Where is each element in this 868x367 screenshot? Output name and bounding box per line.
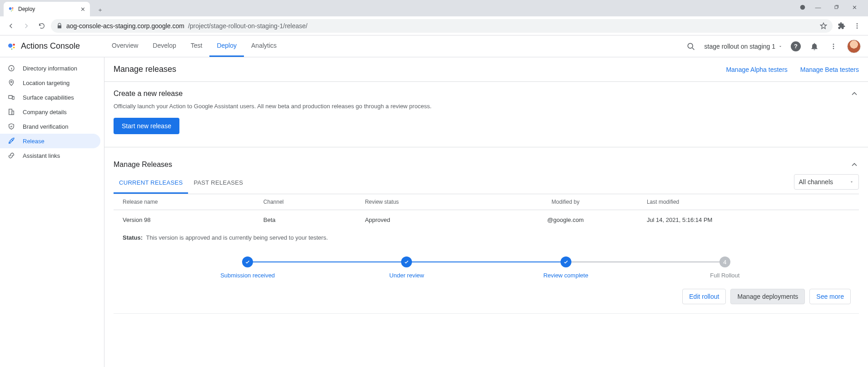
cell-review-status: Approved: [356, 210, 493, 230]
app-header: Actions Console Overview Develop Test De…: [0, 35, 868, 57]
see-more-button[interactable]: See more: [809, 289, 851, 304]
col-release-name: Release name: [114, 194, 254, 210]
step-number: 4: [719, 256, 730, 267]
check-icon: [401, 256, 412, 267]
project-selector[interactable]: stage rollout on staging 1: [704, 43, 783, 50]
tab-past-releases[interactable]: PAST RELEASES: [188, 173, 248, 194]
sidebar-item-brand[interactable]: Brand verification: [0, 119, 100, 134]
check-icon: [242, 256, 253, 267]
sidebar-item-label: Directory information: [23, 65, 77, 72]
create-release-section: Create a new release Officially launch y…: [104, 82, 868, 147]
svg-point-18: [10, 81, 12, 82]
incognito-icon: [799, 4, 806, 11]
collapse-icon[interactable]: [850, 89, 859, 98]
search-icon[interactable]: [685, 41, 696, 52]
lock-icon: [56, 23, 63, 29]
sidebar-item-release[interactable]: Release: [0, 134, 100, 148]
tab-develop[interactable]: Develop: [145, 35, 183, 57]
top-tabs: Overview Develop Test Deploy Analytics: [104, 35, 284, 57]
address-bar[interactable]: aog-console-acs-staging.corp.google.com/…: [51, 19, 833, 33]
url-domain: aog-console-acs-staging.corp.google.com: [66, 22, 184, 30]
check-icon: [560, 256, 571, 267]
col-channel: Channel: [254, 194, 356, 210]
tab-deploy[interactable]: Deploy: [209, 35, 244, 57]
col-review-status: Review status: [356, 194, 493, 210]
svg-point-0: [9, 7, 12, 10]
cell-release-name: Version 98: [114, 210, 254, 230]
dropdown-icon: [849, 180, 854, 184]
svg-point-7: [857, 25, 858, 26]
table-row[interactable]: Version 98 Beta Approved @google.com Jul…: [114, 210, 859, 230]
svg-point-13: [688, 43, 693, 48]
main: Directory information Location targeting…: [0, 57, 868, 367]
window-close-icon[interactable]: ✕: [848, 1, 861, 14]
info-icon: [7, 65, 15, 72]
tab-current-releases[interactable]: CURRENT RELEASES: [114, 173, 188, 194]
sidebar-item-links[interactable]: Assistant links: [0, 148, 100, 163]
extensions-icon[interactable]: [835, 20, 848, 32]
cell-last-modified: Jul 14, 2021, 5:16:14 PM: [638, 210, 859, 230]
col-last-modified: Last modified: [638, 194, 859, 210]
back-button[interactable]: [5, 20, 17, 32]
window-minimize-icon[interactable]: —: [812, 1, 824, 14]
more-icon[interactable]: [828, 41, 839, 52]
browser-tab-title: Deploy: [18, 6, 35, 12]
channel-filter[interactable]: All channels: [794, 174, 859, 190]
reload-button[interactable]: [35, 20, 48, 32]
tab-strip: Deploy ✕ ＋ — ✕: [0, 0, 868, 16]
step-review-complete: Review complete: [486, 256, 645, 279]
bell-icon[interactable]: [809, 41, 820, 52]
window-restore-icon[interactable]: [830, 1, 843, 14]
forward-button[interactable]: [20, 20, 33, 32]
manage-alpha-link[interactable]: Manage Alpha testers: [726, 66, 787, 73]
tab-overview[interactable]: Overview: [104, 35, 145, 57]
project-name: stage rollout on staging 1: [704, 43, 775, 50]
sidebar-item-label: Brand verification: [23, 123, 68, 130]
shield-icon: [7, 123, 15, 130]
sidebar-item-label: Company details: [23, 109, 67, 116]
sidebar-item-label: Surface capabilities: [23, 94, 74, 101]
star-icon[interactable]: [820, 22, 827, 30]
sidebar-item-location[interactable]: Location targeting: [0, 75, 100, 90]
chrome-menu-icon[interactable]: [851, 20, 863, 32]
svg-rect-19: [9, 96, 12, 99]
step-under-review: Under review: [327, 256, 486, 279]
page-title: Manage releases: [114, 65, 176, 74]
step-full-rollout: 4 Full Rollout: [645, 256, 804, 279]
page-title-section: Manage releases Manage Alpha testers Man…: [104, 57, 868, 82]
step-label: Full Rollout: [645, 272, 804, 279]
avatar[interactable]: [847, 40, 861, 53]
status-label: Status:: [123, 234, 143, 241]
manage-deployments-button[interactable]: Manage deployments: [730, 289, 805, 304]
tab-test[interactable]: Test: [184, 35, 210, 57]
step-submission-received: Submission received: [168, 256, 327, 279]
sidebar-item-directory[interactable]: Directory information: [0, 61, 100, 75]
cell-modified-by: @google.com: [493, 210, 638, 230]
sidebar-item-surface[interactable]: Surface capabilities: [0, 90, 100, 105]
svg-point-15: [833, 45, 834, 47]
assistant-icon: [8, 6, 15, 12]
browser-chrome: Deploy ✕ ＋ — ✕ aog-console: [0, 0, 868, 35]
app-logo[interactable]: Actions Console: [7, 41, 104, 51]
svg-rect-5: [835, 6, 838, 9]
status-row: Status: This version is approved and is …: [114, 230, 859, 246]
manage-beta-link[interactable]: Manage Beta testers: [800, 66, 859, 73]
assistant-icon: [7, 42, 16, 51]
close-icon[interactable]: ✕: [80, 6, 85, 13]
new-tab-button[interactable]: ＋: [94, 4, 106, 16]
tab-analytics[interactable]: Analytics: [244, 35, 284, 57]
edit-rollout-button[interactable]: Edit rollout: [682, 289, 726, 304]
start-release-button[interactable]: Start new release: [114, 118, 179, 134]
sidebar-item-company[interactable]: Company details: [0, 105, 100, 119]
collapse-icon[interactable]: [850, 160, 859, 169]
svg-point-3: [11, 10, 12, 11]
svg-point-10: [13, 44, 15, 46]
svg-point-2: [12, 10, 13, 10]
app-title: Actions Console: [21, 41, 80, 51]
rocket-icon: [7, 137, 15, 145]
link-icon: [7, 152, 15, 159]
help-icon[interactable]: ?: [791, 41, 801, 51]
browser-tab[interactable]: Deploy ✕: [4, 2, 90, 16]
releases-table: Release name Channel Review status Modif…: [114, 194, 859, 230]
step-label: Submission received: [168, 272, 327, 279]
